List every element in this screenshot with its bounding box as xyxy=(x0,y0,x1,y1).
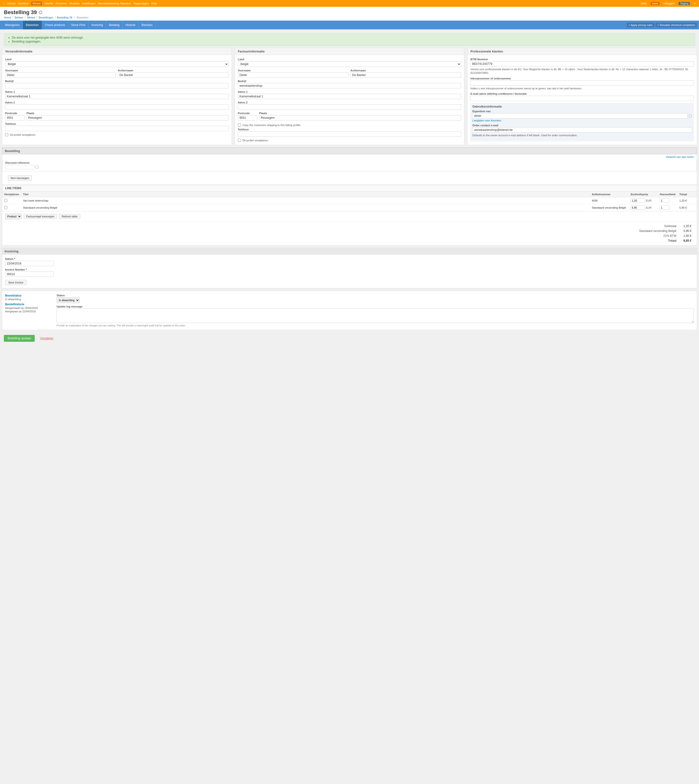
nav-help[interactable]: Help xyxy=(151,2,157,5)
simulate-checkout-link[interactable]: + Simulate checkout completion xyxy=(655,23,697,27)
verzending-voornaam-input[interactable] xyxy=(5,72,116,78)
verzending-panel: Verzendinformatie Land België Voornaam xyxy=(2,48,232,145)
row-delete-checkbox[interactable] xyxy=(4,206,7,209)
row-totaal: 1,20 € xyxy=(677,197,697,204)
row-checkbox-cell xyxy=(2,204,21,211)
verzending-achternaam-group: Achternaam xyxy=(118,69,229,78)
nav-uiterlijk[interactable]: Uiterlijk xyxy=(45,2,53,5)
row-eenheidsprijs-input[interactable] xyxy=(631,206,645,210)
status-section: Beselstatus In afwachting Bestelhistorie… xyxy=(2,291,697,330)
verzending-adres1-input[interactable] xyxy=(5,94,229,99)
verzending-bedrijf-input[interactable] xyxy=(5,83,229,88)
row-delete-checkbox[interactable] xyxy=(4,199,7,202)
factuur-adres1-input[interactable] xyxy=(238,94,461,99)
bestelling-header: Bestelling xyxy=(2,148,697,154)
nav-personen[interactable]: Personen xyxy=(56,2,67,5)
bottom-actions: Bestelling opslaan Annuleren xyxy=(2,332,697,344)
verzending-body: Land België Voornaam Achternaam xyxy=(2,55,232,139)
save-invoice-button[interactable]: Save invoice xyxy=(5,280,27,285)
tab-betaling[interactable]: Betaling xyxy=(106,21,123,29)
tab-historie[interactable]: Historie xyxy=(123,21,139,29)
row-hoeveelheid-input[interactable] xyxy=(660,198,669,203)
verzending-adres2-label: Adres 2 xyxy=(5,101,229,104)
factuur-profiel-checkbox[interactable] xyxy=(238,139,241,142)
factuur-copy-label: Copy the customers shipping to this bill… xyxy=(242,124,301,126)
factuurregel-btn[interactable]: Factuurregel toevoegen xyxy=(23,214,57,219)
uitloggen-link[interactable]: Uitloggen xyxy=(664,2,675,5)
main-content: De stock voor het gewijzigde item 4595 w… xyxy=(0,29,699,346)
email-afdeling-input[interactable] xyxy=(470,96,694,101)
invoice-nr-required: * xyxy=(26,268,27,271)
verzending-adres2-group: Adres 2 xyxy=(5,101,229,110)
tab-check-products[interactable]: Check products xyxy=(42,21,68,29)
verzending-plaats-input[interactable] xyxy=(27,115,229,120)
cancel-button[interactable]: Annuleren xyxy=(36,335,57,342)
verzending-plaats-group: Plaats xyxy=(27,112,229,120)
status-right: Status In afwachtingVerwerktVerzondenGea… xyxy=(56,294,694,327)
bestelling-wrapper: Bestelling Gewicht van rijen tonen Disco… xyxy=(2,148,697,246)
factuur-achternaam-input[interactable] xyxy=(351,72,461,78)
breadcrumb-bestellingen[interactable]: Bestellingen xyxy=(38,16,53,19)
invoice-nr-input[interactable] xyxy=(5,272,54,277)
verzending-adres2-input[interactable] xyxy=(5,105,229,110)
discount-input[interactable] xyxy=(5,165,35,169)
nav-wenskaartenshop[interactable]: Wenskaartenshop Migration xyxy=(98,2,131,5)
nav-inhoud[interactable]: Inhoud xyxy=(7,2,15,5)
factuur-land-select[interactable]: België xyxy=(238,61,461,67)
action-tabs: Weergeven Bewerken Check products Stock-… xyxy=(0,21,699,29)
update-log-textarea[interactable] xyxy=(56,309,694,323)
datum-input[interactable] xyxy=(5,261,54,266)
row-hoeveelheid-input[interactable] xyxy=(660,206,669,210)
col-header-totaal: Totaal xyxy=(677,192,697,197)
nav-rapportages[interactable]: Rapportages xyxy=(134,2,149,5)
eigendom-input[interactable] xyxy=(472,113,687,118)
contact-email-input[interactable] xyxy=(472,127,692,133)
status-select[interactable]: In afwachtingVerwerktVerzondenGeannuleer… xyxy=(56,297,80,303)
tab-stock-print[interactable]: Stock-Print xyxy=(68,21,89,29)
home-icon[interactable]: ⌂ xyxy=(3,2,5,5)
breadcrumb-bestelling39[interactable]: Bestelling 39 xyxy=(57,16,72,19)
verzending-postcode-input[interactable] xyxy=(5,115,25,120)
tab-invoicing[interactable]: Invoicing xyxy=(89,21,106,29)
factuur-telefoon-input[interactable] xyxy=(238,131,461,137)
tab-weergeven[interactable]: Weergeven xyxy=(2,21,23,29)
refresh-table-btn[interactable]: Refresh table xyxy=(59,214,80,219)
breadcrumb-winkel[interactable]: Winkel xyxy=(27,16,35,19)
anoniem-link[interactable]: Leeglaten voor Anoniem. xyxy=(472,119,692,122)
save-button[interactable]: Bestelling opslaan xyxy=(4,335,35,342)
totals-section: Subtotaal 1,20 € Standaard verzending Be… xyxy=(2,221,697,245)
factuur-voornaam-input[interactable] xyxy=(238,72,348,78)
verzending-land-select[interactable]: België xyxy=(5,61,229,67)
row-eenheidsprijs-input[interactable] xyxy=(631,198,645,203)
close-icon[interactable]: ✕ xyxy=(694,2,696,5)
nav-structuur[interactable]: Structuur xyxy=(18,2,29,5)
factuur-adres2-input[interactable] xyxy=(238,105,461,110)
factuur-postcode-input[interactable] xyxy=(238,115,257,120)
add-item-button[interactable]: Item toevoegen xyxy=(8,175,32,181)
verzending-voornaam-label: Voornaam xyxy=(5,69,116,72)
gewicht-link[interactable]: Gewicht van rijen tonen xyxy=(666,155,694,158)
verzending-telefoon-input[interactable] xyxy=(5,126,229,131)
line-items-table: Verwijderen Titel Artikelnummer Eenheids… xyxy=(2,192,697,211)
product-select[interactable]: Product xyxy=(5,214,22,219)
inkoop-input[interactable] xyxy=(470,80,694,86)
factuur-plaats-input[interactable] xyxy=(259,115,461,120)
verzending-achternaam-input[interactable] xyxy=(118,72,229,78)
discount-section: Discount reference xyxy=(2,159,697,171)
tab-bewerken[interactable]: Bewerken xyxy=(23,21,42,29)
verzending-profiel-checkbox[interactable] xyxy=(5,133,8,136)
factuur-copy-checkbox[interactable] xyxy=(238,123,241,126)
nav-modules[interactable]: Modules xyxy=(70,2,80,5)
factuur-bedrijf-input[interactable] xyxy=(238,83,461,88)
breadcrumb-beheer[interactable]: Beheer xyxy=(15,16,23,19)
nav-winkel[interactable]: Winkel xyxy=(31,2,42,5)
discount-check-icon xyxy=(35,165,39,169)
nav-instellingen[interactable]: Instellingen xyxy=(82,2,96,5)
breadcrumb-home[interactable]: Home xyxy=(4,16,11,19)
col-header-titel: Titel xyxy=(21,192,590,197)
success-messages: De stock voor het gewijzigde item 4595 w… xyxy=(4,33,695,46)
apply-pricing-rules-link[interactable]: + Apply pricing rules xyxy=(627,23,654,27)
btw-input[interactable] xyxy=(470,61,694,66)
tab-revisies[interactable]: Revisies xyxy=(139,21,156,29)
verzending-achternaam-label: Achternaam xyxy=(118,69,229,72)
